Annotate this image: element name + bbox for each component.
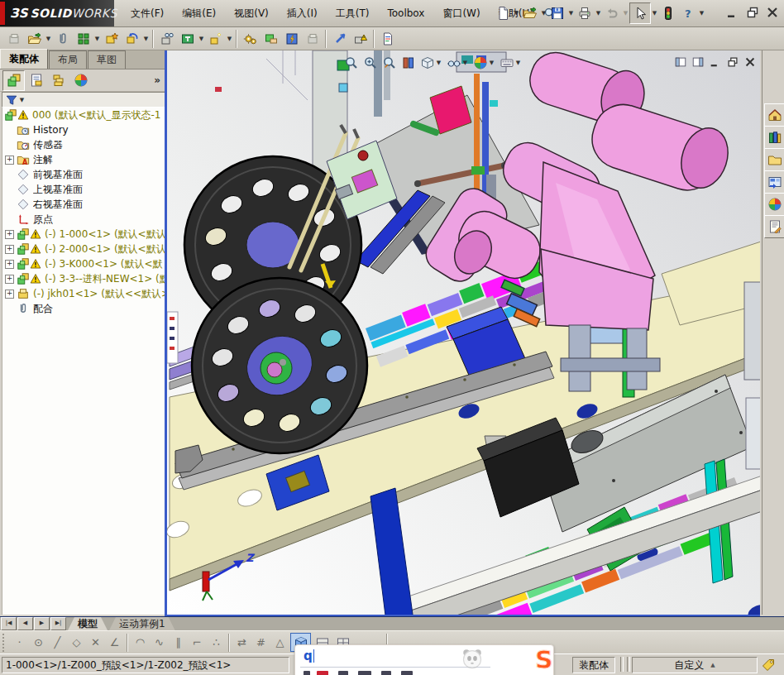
tab-sketch[interactable]: 草图 <box>88 50 126 69</box>
mate-icon[interactable] <box>52 28 73 49</box>
sketch-polygon-icon[interactable]: ◇ <box>67 636 86 649</box>
doc-minimize-button[interactable] <box>708 55 722 68</box>
expand-icon[interactable]: + <box>5 245 14 254</box>
manager-overflow-chevron[interactable]: » <box>154 74 160 86</box>
exploded-view-icon[interactable] <box>281 28 302 49</box>
tree-item-component-jkh01[interactable]: + (-) jkh01<1> (默认<<默认>_ <box>2 286 165 301</box>
sketch-line-icon[interactable]: ╱ <box>48 636 67 649</box>
assembly-features-icon[interactable] <box>177 28 198 49</box>
appearances-scenes-icon[interactable] <box>764 193 784 216</box>
view-palette-icon[interactable] <box>764 170 784 194</box>
sketch-angle-icon[interactable]: ∠ <box>105 636 124 649</box>
custom-dropdown-icon[interactable]: ▲ <box>710 662 715 668</box>
sketch-point-icon[interactable]: · <box>10 636 29 649</box>
collapse-right-pane-icon[interactable] <box>691 55 705 68</box>
new-document-button[interactable] <box>493 3 513 23</box>
select-cursor-button[interactable] <box>629 2 651 24</box>
menu-window[interactable]: 窗口(W) <box>434 4 488 23</box>
sketch-centerline-icon[interactable]: ∴ <box>207 636 226 649</box>
zoom-area-icon[interactable] <box>361 54 380 72</box>
open-part-dropdown-icon[interactable]: ▼ <box>45 36 52 42</box>
tree-item-top-plane[interactable]: 上视基准面 <box>2 182 165 197</box>
mirror-entities-icon[interactable]: ⇄ <box>232 636 251 649</box>
move-component-icon[interactable] <box>122 28 142 49</box>
assembly-3d-view[interactable]: Z <box>167 50 760 615</box>
restore-button[interactable] <box>744 5 761 20</box>
first-tab-button[interactable]: |◀ <box>1 617 17 630</box>
rebuild-traffic-light-icon[interactable] <box>658 3 678 23</box>
select-dropdown-icon[interactable]: ▼ <box>651 10 658 17</box>
tree-item-component-3-k000[interactable]: + (-) 3-K000<1> (默认<默 <box>2 256 165 271</box>
status-custom-cell[interactable]: 自定义 ▲ <box>632 657 758 673</box>
expand-icon[interactable]: + <box>5 260 14 269</box>
close-button[interactable] <box>764 5 781 20</box>
ime-popup[interactable]: q S <box>294 644 554 675</box>
tree-item-right-plane[interactable]: 右视基准面 <box>2 197 165 212</box>
menu-edit[interactable]: 编辑(E) <box>174 4 224 23</box>
performance-evaluation-icon[interactable] <box>377 28 398 49</box>
sketch-parallel-icon[interactable]: ∥ <box>169 636 188 649</box>
refgeo-dropdown-icon[interactable]: ▼ <box>226 36 233 42</box>
tag-icon[interactable] <box>761 658 776 675</box>
doc-close-button[interactable] <box>743 55 757 68</box>
ime-candidate-clipped[interactable] <box>338 671 348 675</box>
doc-restore-button[interactable] <box>725 55 739 68</box>
ime-candidate-clipped[interactable] <box>358 671 371 675</box>
tree-item-front-plane[interactable]: 前视基准面 <box>2 167 165 182</box>
sketch-corner-rectangle-icon[interactable]: ⌐ <box>188 636 207 649</box>
linear-component-pattern-icon[interactable] <box>73 28 93 49</box>
propertymanager-icon[interactable] <box>25 70 47 91</box>
toolbar-grip[interactable] <box>2 634 7 652</box>
interference-detection-icon[interactable] <box>329 28 350 49</box>
tree-item-origin[interactable]: 原点 <box>2 212 165 227</box>
assembly-visualization-icon[interactable] <box>350 28 370 49</box>
solidworks-resources-home-icon[interactable] <box>764 103 784 127</box>
ime-candidate-clipped[interactable] <box>304 671 310 675</box>
move-dropdown-icon[interactable]: ▼ <box>142 36 150 42</box>
previous-tab-button[interactable]: ◀ <box>17 617 33 630</box>
expand-icon[interactable]: + <box>5 230 14 239</box>
pattern-dropdown-icon[interactable]: ▼ <box>93 36 101 42</box>
feeder-reel-front[interactable] <box>192 278 367 453</box>
menu-view[interactable]: 视图(V) <box>226 4 277 23</box>
zoom-selection-icon[interactable] <box>380 54 399 72</box>
tree-item-history[interactable]: History <box>2 122 165 137</box>
last-tab-button[interactable]: ▶| <box>50 617 66 630</box>
displaymanager-icon[interactable] <box>69 70 92 91</box>
print-dropdown-icon[interactable]: ▼ <box>595 10 602 17</box>
custom-properties-icon[interactable] <box>764 215 784 238</box>
tree-filter-bar[interactable]: ▼ <box>2 92 165 108</box>
tree-item-component-3-3-feed-new[interactable]: + (-) 3-3--进料-NEW<1> (默 <box>2 271 165 286</box>
tree-item-component-2-000[interactable]: + (-) 2-000<1> (默认<默认 <box>2 242 165 256</box>
save-dropdown-icon[interactable]: ▼ <box>567 10 575 17</box>
features-dropdown-icon[interactable]: ▼ <box>198 36 205 42</box>
tree-root-assembly[interactable]: 000 (默认<默认_显示状态-1 <box>2 108 165 122</box>
collapse-left-pane-icon[interactable] <box>673 55 687 68</box>
ime-candidate-clipped[interactable] <box>381 671 391 675</box>
measure-icon[interactable]: △ <box>270 636 289 649</box>
ime-input-text[interactable]: q <box>304 649 313 663</box>
filter-dropdown-icon[interactable]: ▼ <box>18 97 26 103</box>
tree-item-sensors[interactable]: 传感器 <box>2 137 165 152</box>
expand-icon[interactable]: + <box>5 290 14 299</box>
save-button[interactable] <box>547 3 567 23</box>
filter-funnel-icon[interactable] <box>5 93 18 107</box>
tab-motion-study-1[interactable]: 运动算例1 <box>109 617 175 630</box>
sketch-trim-icon[interactable]: ✕ <box>86 636 105 649</box>
help-dropdown-icon[interactable]: ▼ <box>698 10 705 17</box>
tree-item-annotations[interactable]: + 注解 <box>2 152 165 167</box>
sketch-spline-icon[interactable]: ∿ <box>150 636 169 649</box>
edit-appearance-icon[interactable]: ▼ <box>471 54 497 72</box>
zoom-fit-icon[interactable] <box>342 54 361 72</box>
sketch-arc-icon[interactable]: ◠ <box>131 636 150 649</box>
featuremanager-tree-icon[interactable] <box>2 70 25 91</box>
new-dropdown-icon[interactable]: ▼ <box>513 10 520 17</box>
expand-icon[interactable]: + <box>5 275 14 284</box>
expand-icon[interactable]: + <box>5 156 14 165</box>
undo-button[interactable] <box>602 3 622 23</box>
smart-fasteners-icon[interactable] <box>101 28 122 49</box>
linear-sketch-pattern-icon[interactable]: # <box>251 636 270 649</box>
apply-scene-icon[interactable]: ▼ <box>498 54 523 72</box>
menu-toolbox[interactable]: Toolbox <box>379 5 433 22</box>
smart-components-icon[interactable] <box>261 28 281 49</box>
